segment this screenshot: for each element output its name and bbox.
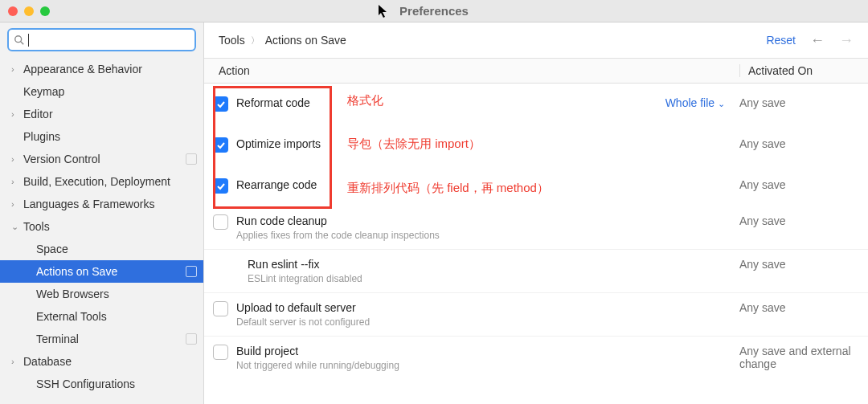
reset-link[interactable]: Reset bbox=[766, 34, 796, 47]
sidebar-item-label: Database bbox=[23, 353, 72, 369]
project-badge-icon bbox=[186, 333, 197, 345]
action-label: Optimize imports bbox=[236, 137, 723, 150]
action-row: Optimize importsAny save bbox=[204, 124, 868, 165]
sidebar-item[interactable]: Actions on Save bbox=[0, 260, 203, 283]
action-label: Upload to default server bbox=[236, 301, 723, 314]
sidebar-item[interactable]: ›Appearance & Behavior bbox=[0, 58, 203, 80]
action-label: Run eslint --fix bbox=[248, 258, 723, 271]
action-row: Upload to default serverDefault server i… bbox=[204, 293, 868, 337]
activated-on: Any save bbox=[739, 96, 868, 109]
sidebar-item-label: Plugins bbox=[23, 129, 60, 145]
activated-on: Any save and external change bbox=[739, 345, 868, 370]
sidebar-item[interactable]: Web Browsers bbox=[0, 283, 203, 305]
action-subtext: Default server is not configured bbox=[236, 316, 723, 328]
sidebar-item[interactable]: ⌄Tools bbox=[0, 215, 203, 238]
action-row: Reformat codeWhole file ⌄Any save bbox=[204, 84, 868, 124]
sidebar-item[interactable]: Plugins bbox=[0, 125, 203, 148]
sidebar-item-label: Web Browsers bbox=[36, 286, 109, 302]
action-subtext: ESLint integration disabled bbox=[248, 273, 723, 284]
traffic-minimize[interactable] bbox=[24, 6, 34, 16]
svg-line-1 bbox=[21, 41, 24, 44]
breadcrumb-parent[interactable]: Tools bbox=[219, 34, 245, 47]
checkbox[interactable] bbox=[213, 301, 228, 316]
activated-on: Any save bbox=[739, 137, 868, 150]
column-header-action: Action bbox=[204, 64, 739, 77]
sidebar-item-label: Build, Execution, Deployment bbox=[23, 173, 170, 190]
checkbox[interactable] bbox=[213, 96, 228, 112]
checkbox[interactable] bbox=[213, 345, 228, 360]
scope-dropdown[interactable]: Whole file ⌄ bbox=[665, 96, 725, 109]
project-badge-icon bbox=[186, 153, 197, 165]
search-input[interactable] bbox=[7, 28, 196, 51]
sidebar-item[interactable]: Space bbox=[0, 238, 203, 260]
action-row: Rearrange codeAny save bbox=[204, 165, 868, 206]
chevron-right-icon: › bbox=[11, 173, 19, 190]
input-caret bbox=[28, 34, 29, 47]
sidebar-item[interactable]: Keymap bbox=[0, 80, 203, 103]
chevron-down-icon: ⌄ bbox=[11, 218, 19, 235]
chevron-right-icon: 〉 bbox=[251, 35, 260, 47]
breadcrumb-current: Actions on Save bbox=[265, 34, 346, 47]
window-title: Preferences bbox=[399, 0, 469, 22]
sidebar-item[interactable]: ›Editor bbox=[0, 103, 203, 125]
sidebar-item-label: Terminal bbox=[36, 331, 79, 347]
action-row: Build projectNot triggered while running… bbox=[204, 337, 868, 379]
traffic-close[interactable] bbox=[8, 6, 18, 16]
search-icon bbox=[14, 35, 25, 46]
project-badge-icon bbox=[186, 266, 197, 277]
sidebar-item-label: Editor bbox=[23, 106, 53, 122]
sidebar-item[interactable]: ›Version Control bbox=[0, 148, 203, 170]
activated-on: Any save bbox=[739, 178, 868, 191]
checkbox[interactable] bbox=[213, 214, 228, 230]
sidebar-item[interactable]: SSH Configurations bbox=[0, 373, 203, 395]
activated-on: Any save bbox=[739, 258, 868, 271]
sidebar-item-label: Tools bbox=[23, 218, 50, 235]
sidebar-item[interactable]: External Tools bbox=[0, 305, 203, 328]
chevron-right-icon: › bbox=[11, 353, 19, 369]
sidebar-item-label: Version Control bbox=[23, 151, 100, 167]
chevron-right-icon: › bbox=[11, 106, 19, 122]
activated-on: Any save bbox=[739, 301, 868, 314]
chevron-right-icon: › bbox=[11, 151, 19, 167]
sidebar: ›Appearance & BehaviorKeymap›EditorPlugi… bbox=[0, 22, 204, 404]
sidebar-item[interactable]: ›Build, Execution, Deployment bbox=[0, 170, 203, 193]
main-panel: Tools 〉 Actions on Save Reset ← → Action… bbox=[204, 22, 868, 404]
action-label: Reformat code bbox=[236, 96, 649, 109]
sidebar-item-label: Space bbox=[36, 241, 68, 257]
back-button[interactable]: ← bbox=[810, 32, 825, 49]
sidebar-item-label: Keymap bbox=[23, 84, 64, 100]
checkbox[interactable] bbox=[213, 137, 228, 153]
search-field[interactable] bbox=[32, 34, 190, 46]
sidebar-item[interactable]: ›Languages & Frameworks bbox=[0, 193, 203, 215]
chevron-right-icon: › bbox=[11, 196, 19, 212]
sidebar-item-label: Languages & Frameworks bbox=[23, 196, 154, 212]
column-header-activated: Activated On bbox=[739, 64, 868, 77]
sidebar-item-label: SSH Configurations bbox=[36, 376, 135, 392]
forward-button: → bbox=[839, 32, 854, 49]
checkbox[interactable] bbox=[213, 178, 228, 194]
action-row: Run eslint --fixESLint integration disab… bbox=[204, 250, 868, 293]
sidebar-item-label: Actions on Save bbox=[36, 263, 117, 280]
chevron-right-icon: › bbox=[11, 61, 19, 77]
sidebar-item-label: External Tools bbox=[36, 308, 107, 324]
sidebar-item[interactable]: ›Database bbox=[0, 350, 203, 373]
cursor-icon bbox=[378, 4, 389, 22]
action-subtext: Applies fixes from the code cleanup insp… bbox=[236, 230, 723, 241]
action-subtext: Not triggered while running/debugging bbox=[236, 360, 723, 371]
activated-on: Any save bbox=[739, 214, 868, 227]
sidebar-item-label: Appearance & Behavior bbox=[23, 61, 142, 77]
action-label: Rearrange code bbox=[236, 178, 723, 191]
action-row: Run code cleanupApplies fixes from the c… bbox=[204, 206, 868, 250]
action-label: Run code cleanup bbox=[236, 214, 723, 227]
svg-point-0 bbox=[15, 35, 22, 42]
sidebar-item[interactable]: Terminal bbox=[0, 328, 203, 350]
action-label: Build project bbox=[236, 345, 723, 357]
traffic-zoom[interactable] bbox=[40, 6, 50, 16]
